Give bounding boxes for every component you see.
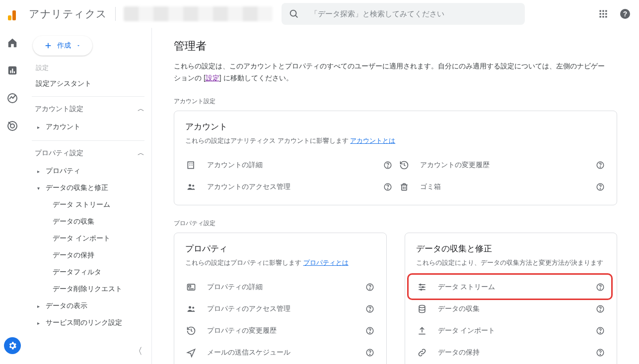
svg-rect-14: [10, 70, 11, 73]
help-icon[interactable]: [364, 326, 375, 335]
row-label: データ ストリーム: [438, 283, 585, 292]
sidebar-item-account[interactable]: ▸ アカウント: [25, 119, 151, 135]
help-icon[interactable]: [595, 304, 606, 313]
help-icon[interactable]: [595, 348, 606, 357]
row-label: アカウントのアクセス管理: [207, 182, 372, 191]
svg-point-0: [290, 10, 296, 16]
sidebar-sub-data-collection[interactable]: データの収集: [25, 213, 151, 230]
row-label: プロパティの変更履歴: [207, 326, 355, 335]
help-icon[interactable]: [382, 182, 393, 191]
sidebar-group-property-settings[interactable]: プロパティ設定 ︿: [25, 144, 151, 163]
admin-gear-button[interactable]: [4, 337, 21, 354]
collapse-panel-button[interactable]: 〈: [134, 345, 142, 357]
sidebar-sub-data-import[interactable]: データ インポート: [25, 230, 151, 247]
people-icon: [185, 182, 197, 192]
account-help-link[interactable]: アカウントとは: [350, 137, 395, 144]
sidebar-item-label: アカウント: [46, 122, 80, 131]
svg-rect-16: [14, 71, 15, 73]
reports-icon[interactable]: [6, 64, 18, 76]
svg-rect-6: [602, 13, 604, 14]
property-help-link[interactable]: プロパティとは: [303, 259, 349, 266]
card-title: プロパティ: [185, 243, 375, 254]
sidebar-item-data-display[interactable]: ▸ データの表示: [25, 298, 151, 314]
svg-point-45: [189, 306, 191, 308]
product-name: アナリティクス: [29, 7, 107, 21]
row-property-access[interactable]: プロパティのアクセス管理: [185, 298, 375, 320]
svg-point-70: [600, 310, 600, 311]
upload-icon: [416, 326, 428, 336]
create-button[interactable]: 作成: [33, 36, 92, 56]
explore-icon[interactable]: [6, 92, 18, 104]
row-email-schedule[interactable]: メールの送信スケジュール: [185, 342, 375, 364]
card-description: これらの設定はプロパティに影響します プロパティとは: [185, 258, 375, 267]
svg-rect-35: [402, 184, 407, 190]
help-icon[interactable]: [595, 283, 606, 292]
svg-point-52: [369, 354, 370, 355]
row-data-streams[interactable]: データ ストリーム: [416, 276, 606, 298]
svg-rect-5: [600, 13, 601, 14]
row-trash[interactable]: ゴミ箱: [398, 176, 606, 198]
divider: [115, 7, 116, 21]
search-icon: [288, 8, 299, 19]
svg-rect-8: [600, 16, 601, 17]
trash-icon: [398, 182, 410, 192]
svg-point-44: [369, 289, 370, 289]
database-icon: [416, 304, 428, 314]
help-icon[interactable]: [382, 161, 393, 170]
sidebar-setup-assistant[interactable]: 設定アシスタント: [25, 74, 151, 93]
sidebar-group-account-settings[interactable]: アカウント設定 ︿: [25, 100, 151, 119]
svg-point-32: [192, 184, 194, 186]
advertising-icon[interactable]: [6, 120, 18, 132]
search-input[interactable]: [310, 9, 518, 18]
analytics-logo: [8, 7, 21, 20]
svg-rect-4: [605, 10, 607, 11]
row-label: ゴミ箱: [420, 182, 585, 191]
row-label: プロパティのアクセス管理: [207, 304, 355, 313]
sidebar-sub-data-deletion[interactable]: データ削除リクエスト: [25, 281, 151, 298]
row-data-import[interactable]: データ インポート: [416, 320, 606, 342]
building-icon: [185, 160, 197, 170]
svg-point-19: [10, 124, 14, 128]
sidebar-item-label: プロパティ: [46, 167, 80, 176]
expand-caret-icon: ▸: [36, 124, 41, 130]
sidebar-sub-data-streams[interactable]: データ ストリーム: [25, 196, 151, 213]
search-box[interactable]: [282, 3, 525, 25]
collapse-caret-icon: ▾: [36, 185, 41, 191]
svg-point-28: [387, 167, 388, 167]
help-icon[interactable]: [595, 182, 606, 191]
help-icon[interactable]: [595, 326, 606, 335]
row-property-history[interactable]: プロパティの変更履歴: [185, 320, 375, 342]
row-account-details[interactable]: アカウントの詳細: [185, 154, 393, 176]
row-account-access[interactable]: アカウントのアクセス管理: [185, 176, 393, 198]
row-property-details[interactable]: プロパティの詳細: [185, 276, 375, 298]
svg-rect-3: [602, 10, 604, 11]
sidebar-sub-data-filters[interactable]: データフィルタ: [25, 264, 151, 281]
help-icon[interactable]: [364, 304, 375, 313]
svg-point-65: [421, 289, 422, 290]
data-collection-card: データの収集と修正 これらの設定により、データの収集方法と変更方法が決まります …: [405, 233, 618, 364]
sidebar-item-property[interactable]: ▸ プロパティ: [25, 163, 151, 180]
settings-link[interactable]: 設定: [206, 74, 219, 82]
row-data-collection[interactable]: データの収集: [416, 298, 606, 320]
help-icon[interactable]: ?: [619, 8, 631, 20]
history-icon: [398, 160, 410, 170]
svg-rect-10: [605, 16, 607, 17]
help-icon[interactable]: [595, 161, 606, 170]
sidebar-item-service-links[interactable]: ▸ サービス間のリンク設定: [25, 314, 151, 331]
section-label-account: アカウント設定: [174, 97, 617, 106]
row-data-retention[interactable]: データの保持: [416, 342, 606, 364]
help-icon[interactable]: [364, 283, 375, 292]
apps-icon[interactable]: [598, 9, 608, 19]
sidebar-item-data-collection[interactable]: ▾ データの収集と修正: [25, 180, 151, 196]
account-selector-redacted[interactable]: [124, 6, 273, 21]
dropdown-caret-icon: [76, 43, 81, 48]
help-icon[interactable]: [364, 348, 375, 357]
svg-rect-7: [605, 13, 607, 14]
sidebar-sub-data-retention[interactable]: データの保持: [25, 247, 151, 264]
row-account-history[interactable]: アカウントの変更履歴: [398, 154, 606, 176]
home-icon[interactable]: [6, 37, 18, 49]
svg-point-67: [600, 289, 600, 289]
people-icon: [185, 304, 197, 314]
svg-point-34: [387, 188, 388, 189]
svg-point-31: [189, 184, 191, 186]
